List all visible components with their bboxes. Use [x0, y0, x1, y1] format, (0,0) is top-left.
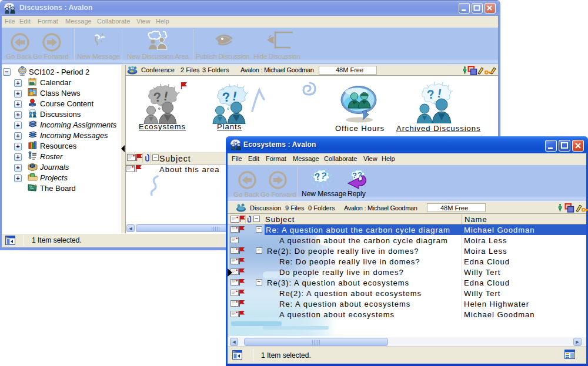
svg-text:?: ? [352, 171, 357, 180]
